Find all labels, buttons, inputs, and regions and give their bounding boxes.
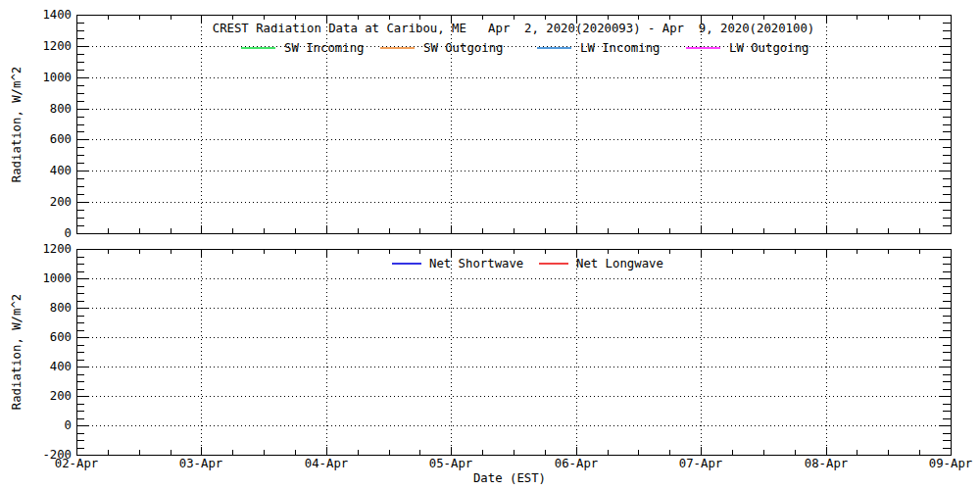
y-tick-label: 1200	[42, 242, 72, 256]
x-tick-label: 04-Apr	[305, 457, 348, 470]
y-tick-label: 600	[50, 132, 72, 146]
legend-label: LW Incoming	[580, 41, 660, 55]
y-axis-label: Radiation, W/m^2	[10, 67, 24, 182]
plot-border	[76, 15, 951, 233]
x-tick-label: 09-Apr	[929, 457, 972, 470]
y-tick-label: 800	[50, 102, 72, 116]
dotted-gridlines	[76, 249, 951, 455]
axis-ticks	[76, 249, 951, 455]
legend: Net ShortwaveNet Longwave	[392, 257, 663, 270]
y-tick-label: 1000	[42, 71, 72, 84]
x-tick-label: 03-Apr	[179, 457, 222, 470]
axis-ticks	[76, 15, 951, 233]
y-tick-label: 800	[50, 301, 72, 315]
y-axis-label: Radiation, W/m^2	[10, 294, 24, 410]
radiation-plots: 0200400600800100012001400CREST Radiation…	[0, 0, 980, 490]
x-tick-label: 05-Apr	[429, 457, 472, 470]
y-tick-label: 400	[50, 164, 72, 177]
legend-label: SW Outgoing	[423, 41, 503, 55]
y-tick-label: 200	[50, 389, 72, 403]
y-tick-label: 1200	[42, 39, 72, 53]
x-tick-label: 07-Apr	[679, 457, 722, 470]
radiation-chart-figure: 0200400600800100012001400CREST Radiation…	[0, 0, 980, 490]
dotted-gridlines	[76, 15, 951, 233]
y-tick-label: 0	[65, 418, 72, 432]
x-tick-label: 06-Apr	[555, 457, 598, 470]
legend-label: SW Incoming	[284, 41, 364, 55]
legend-label: LW Outgoing	[729, 41, 808, 55]
y-tick-label: 600	[50, 330, 72, 344]
legend-label: Net Longwave	[576, 257, 663, 270]
plot-border	[76, 249, 951, 455]
x-tick-label: 08-Apr	[805, 457, 848, 470]
y-tick-label: 1400	[42, 8, 72, 22]
legend-label: Net Shortwave	[429, 257, 523, 270]
chart-title: CREST Radiation Data at Caribou, ME Apr …	[213, 22, 814, 35]
legend: SW IncomingSW OutgoingLW IncomingLW Outg…	[241, 41, 808, 55]
plot-panel-2: -20002004006008001000120002-Apr03-Apr04-…	[10, 242, 972, 485]
y-tick-label: 400	[50, 360, 72, 373]
x-axis-label: Date (EST)	[473, 471, 546, 485]
y-tick-label: 1000	[42, 271, 72, 285]
y-tick-label: 200	[50, 195, 72, 209]
y-tick-label: 0	[65, 226, 72, 240]
x-tick-label: 02-Apr	[55, 457, 98, 470]
plot-panel-1: 0200400600800100012001400CREST Radiation…	[10, 8, 951, 240]
